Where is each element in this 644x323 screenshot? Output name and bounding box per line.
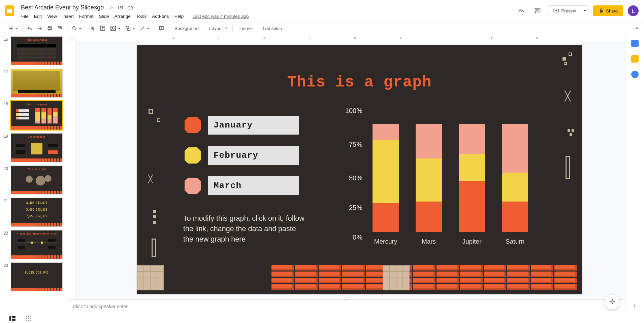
- chart-legend[interactable]: January February March: [183, 116, 299, 207]
- menu-insert[interactable]: Insert: [60, 12, 76, 20]
- menu-format[interactable]: Format: [77, 12, 96, 20]
- collapse-toolbar-icon[interactable]: [633, 24, 641, 32]
- slide-canvas[interactable]: This is a graph January February Mar: [137, 45, 582, 294]
- pixel-decor-icon: [152, 239, 156, 257]
- notes-resize-handle[interactable]: [340, 298, 353, 301]
- menu-edit[interactable]: Edit: [32, 12, 44, 20]
- thumb-number: 23: [2, 262, 8, 291]
- filmstrip[interactable]: 16 This is a table 17 18 This is: [0, 35, 68, 313]
- svg-rect-1: [7, 9, 12, 13]
- svg-rect-22: [30, 318, 31, 319]
- slide-body-text[interactable]: To modify this graph, click on it, follo…: [183, 213, 304, 245]
- menu-tools[interactable]: Tools: [134, 12, 149, 20]
- slide-title[interactable]: This is a graph: [137, 74, 582, 91]
- print-button[interactable]: [45, 24, 55, 33]
- svg-rect-17: [26, 316, 27, 317]
- show-sidepanel-icon[interactable]: ›: [634, 303, 635, 313]
- keep-addon-icon[interactable]: [631, 55, 639, 63]
- move-icon[interactable]: [118, 5, 124, 10]
- pixel-decor-icon: [564, 62, 567, 65]
- transition-button[interactable]: Transition: [260, 24, 285, 33]
- menu-view[interactable]: View: [45, 12, 59, 20]
- grid-view-icon[interactable]: [26, 316, 31, 321]
- notes-placeholder: Click to add speaker notes: [73, 304, 128, 309]
- share-button[interactable]: Share: [593, 5, 623, 16]
- bar-jupiter: Jupiter: [459, 111, 485, 232]
- layout-button[interactable]: Layout: [206, 24, 230, 33]
- y-tick-50: 50%: [325, 174, 362, 182]
- select-tool[interactable]: [89, 24, 97, 33]
- svg-rect-15: [12, 316, 15, 318]
- redo-button[interactable]: [35, 24, 44, 32]
- present-group: Present: [548, 5, 588, 16]
- pixel-decor-icon: ╳: [565, 91, 572, 102]
- activity-icon[interactable]: [516, 5, 527, 16]
- line-tool[interactable]: [138, 24, 152, 33]
- slide-thumbnail-19[interactable]: Infographics: [11, 133, 63, 162]
- filmstrip-view-icon[interactable]: [9, 316, 15, 321]
- y-tick-75: 75%: [325, 141, 362, 148]
- document-title[interactable]: Best Arcade Event by Slidesgo: [19, 3, 106, 12]
- star-icon[interactable]: ☆: [108, 5, 115, 10]
- thumb-stat: 5,685,953,333: [11, 208, 62, 211]
- slide-thumbnail-18[interactable]: This is a graph: [11, 101, 63, 130]
- comments-icon[interactable]: [532, 5, 543, 16]
- canvas[interactable]: 1 2 3 4 5 6 7 8 9 This is a graph Januar…: [68, 35, 625, 299]
- thumb-number: 22: [2, 230, 8, 259]
- slide-thumbnail-22[interactable]: A timeline always works fine: [11, 230, 63, 259]
- thumb-number: 17: [2, 69, 8, 98]
- speaker-notes[interactable]: Click to add speaker notes: [68, 299, 625, 313]
- present-button[interactable]: Present: [548, 5, 581, 16]
- new-slide-button[interactable]: [7, 24, 20, 33]
- stacked-bar-chart[interactable]: 100% 75% 50% 25% 0% MercuryMarsJupiterSa…: [325, 111, 568, 245]
- explore-button[interactable]: [605, 295, 620, 310]
- thumb-number: 16: [2, 36, 8, 65]
- svg-rect-14: [9, 316, 11, 321]
- y-tick-0: 0%: [325, 234, 362, 241]
- legend-swatch-february-icon: [183, 146, 202, 165]
- theme-button[interactable]: Theme: [235, 24, 255, 33]
- slide-thumbnail-20[interactable]: This is a map: [11, 166, 63, 194]
- legend-label-march: March: [208, 176, 299, 195]
- shape-tool[interactable]: [123, 24, 137, 33]
- x-label: Saturn: [496, 238, 533, 245]
- slide-thumbnail-23[interactable]: 8,635,763,842: [11, 262, 63, 291]
- menu-help[interactable]: Help: [172, 12, 186, 20]
- thumb-title: This is a table: [11, 39, 62, 41]
- slide-thumbnail-21[interactable]: 8,403,943,671 5,685,953,333 7,858,124,37…: [11, 198, 63, 227]
- thumb-title: A timeline always works fine: [11, 232, 62, 235]
- textbox-tool[interactable]: [98, 24, 107, 33]
- svg-rect-25: [30, 320, 31, 321]
- image-tool[interactable]: [108, 24, 123, 33]
- stone-block-icon: [383, 265, 410, 290]
- last-edit-link[interactable]: Last edit was 4 minutes ago: [190, 12, 251, 20]
- undo-button[interactable]: [25, 24, 34, 32]
- share-label: Share: [606, 8, 618, 13]
- chart-plot-area: MercuryMarsJupiterSaturn: [366, 111, 561, 232]
- svg-rect-16: [12, 319, 15, 321]
- comment-tool[interactable]: [157, 24, 167, 33]
- menu-file[interactable]: File: [19, 12, 31, 20]
- cloud-status-icon[interactable]: [127, 5, 133, 10]
- legend-label-february: February: [208, 146, 299, 165]
- present-dropdown[interactable]: [581, 5, 588, 16]
- svg-rect-21: [28, 318, 29, 319]
- paint-format-button[interactable]: [55, 24, 65, 33]
- tasks-addon-icon[interactable]: [631, 71, 639, 78]
- menu-arrange[interactable]: Arrange: [112, 12, 133, 20]
- svg-rect-19: [30, 316, 31, 317]
- menu-addons[interactable]: Add-ons: [150, 12, 171, 20]
- slide-thumbnail-17[interactable]: [11, 69, 63, 98]
- thumb-title: This is a map: [11, 168, 62, 171]
- slides-app-icon[interactable]: [3, 4, 16, 17]
- bottom-bar: [0, 313, 644, 323]
- background-button[interactable]: Background: [172, 24, 201, 33]
- menu-slide[interactable]: Slide: [97, 12, 111, 20]
- account-avatar[interactable]: L: [628, 5, 639, 16]
- y-tick-100: 100%: [325, 107, 362, 115]
- legend-swatch-march-icon: [183, 176, 202, 195]
- svg-rect-3: [600, 10, 603, 13]
- calendar-addon-icon[interactable]: [631, 40, 639, 47]
- zoom-button[interactable]: [70, 24, 84, 33]
- slide-thumbnail-16[interactable]: This is a table: [11, 36, 63, 65]
